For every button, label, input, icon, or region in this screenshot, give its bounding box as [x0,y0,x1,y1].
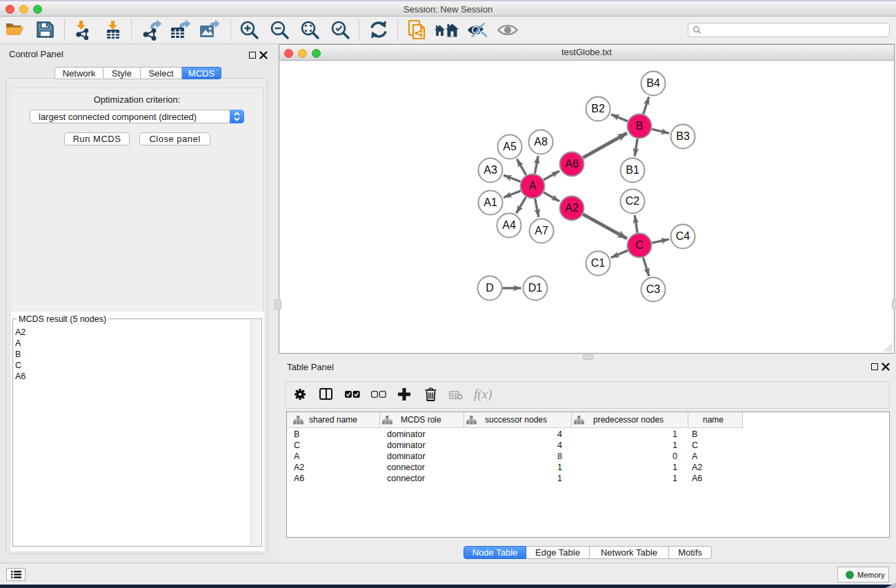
svg-text:A8: A8 [534,136,548,148]
svg-text:A1: A1 [484,196,497,208]
svg-text:D1: D1 [528,282,543,294]
svg-text:B1: B1 [626,164,639,176]
svg-text:B: B [636,120,644,132]
svg-text:B3: B3 [676,130,690,142]
svg-text:C1: C1 [591,257,606,269]
svg-text:C3: C3 [646,283,661,295]
svg-text:A5: A5 [503,141,517,152]
svg-text:C2: C2 [626,195,640,207]
svg-text:B4: B4 [646,77,660,89]
svg-text:A6: A6 [565,158,579,170]
svg-text:C4: C4 [676,230,690,242]
svg-text:B2: B2 [591,103,605,114]
svg-text:C: C [635,239,644,251]
svg-text:A2: A2 [565,202,579,214]
svg-text:A7: A7 [535,225,548,236]
svg-text:A: A [529,180,537,192]
svg-text:A4: A4 [502,219,516,231]
svg-text:D: D [486,282,494,294]
svg-text:A3: A3 [484,164,497,176]
